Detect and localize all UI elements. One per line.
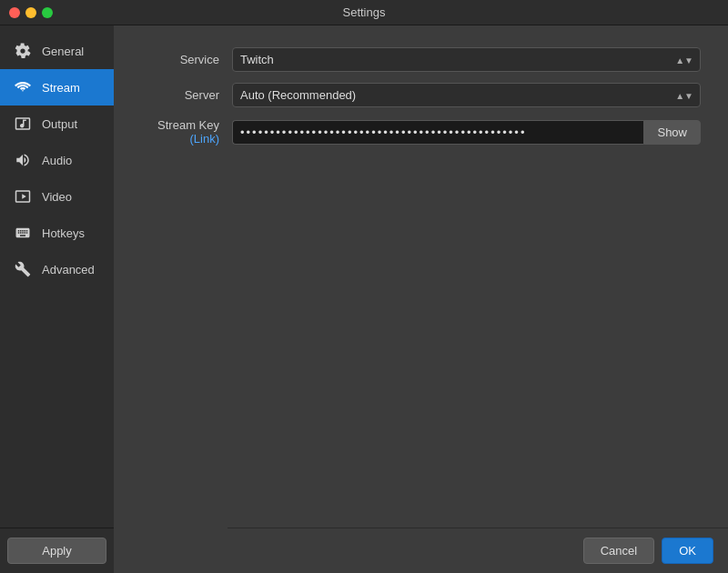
service-control: Twitch ▲▼ <box>232 47 701 72</box>
sidebar-item-advanced[interactable]: Advanced <box>0 251 114 287</box>
stream-key-label-text: Stream Key <box>157 118 219 132</box>
service-select-wrapper: Twitch ▲▼ <box>232 47 701 72</box>
apply-button[interactable]: Apply <box>7 538 106 564</box>
sidebar-item-hotkeys-label: Hotkeys <box>42 226 85 240</box>
sidebar-item-video-label: Video <box>42 190 72 204</box>
minimize-button[interactable] <box>25 7 36 18</box>
sidebar-item-advanced-label: Advanced <box>42 263 95 276</box>
output-icon <box>13 114 33 134</box>
stream-key-control: Show <box>232 120 701 145</box>
bottom-bar: Cancel OK <box>228 528 728 573</box>
cancel-button[interactable]: Cancel <box>583 538 654 564</box>
stream-key-label: Stream Key (Link) <box>141 118 232 146</box>
sidebar-footer: Apply <box>0 528 114 573</box>
sidebar-item-stream[interactable]: Stream <box>0 69 114 106</box>
traffic-lights <box>9 7 53 18</box>
sidebar-item-hotkeys[interactable]: Hotkeys <box>0 215 114 251</box>
server-control: Auto (Recommended) ▲▼ <box>232 83 701 107</box>
sidebar-item-stream-label: Stream <box>42 81 80 95</box>
sidebar-spacer <box>0 287 114 528</box>
show-stream-key-button[interactable]: Show <box>643 120 701 145</box>
sidebar-item-output[interactable]: Output <box>0 106 114 142</box>
video-icon <box>13 186 33 206</box>
sidebar-item-general-label: General <box>42 45 84 58</box>
window-title: Settings <box>343 5 386 19</box>
service-label: Service <box>141 53 232 66</box>
sidebar-item-general[interactable]: General <box>0 33 114 69</box>
server-select[interactable]: Auto (Recommended) <box>232 83 701 107</box>
maximize-button[interactable] <box>42 7 53 18</box>
ok-button[interactable]: OK <box>662 538 713 564</box>
server-row: Server Auto (Recommended) ▲▼ <box>141 83 701 107</box>
server-label: Server <box>141 88 232 102</box>
app-body: General Stream Output <box>0 25 728 573</box>
title-bar: Settings <box>0 0 728 25</box>
server-select-wrapper: Auto (Recommended) ▲▼ <box>232 83 701 107</box>
stream-key-row: Stream Key (Link) Show <box>141 118 701 146</box>
stream-key-link[interactable]: (Link) <box>189 132 219 146</box>
audio-icon <box>13 150 33 170</box>
gear-icon <box>13 41 33 61</box>
sidebar-item-video[interactable]: Video <box>0 178 114 215</box>
hotkeys-icon <box>13 223 33 243</box>
stream-key-input[interactable] <box>232 120 643 145</box>
stream-icon <box>13 77 33 97</box>
advanced-icon <box>13 259 33 279</box>
service-row: Service Twitch ▲▼ <box>141 47 701 72</box>
sidebar-item-audio[interactable]: Audio <box>0 142 114 178</box>
sidebar-item-audio-label: Audio <box>42 154 72 167</box>
sidebar: General Stream Output <box>0 25 114 573</box>
service-select[interactable]: Twitch <box>232 47 701 72</box>
close-button[interactable] <box>9 7 20 18</box>
main-content: Service Twitch ▲▼ Server Auto (Recommend… <box>114 25 728 573</box>
stream-key-input-group: Show <box>232 120 701 145</box>
sidebar-item-output-label: Output <box>42 117 77 131</box>
